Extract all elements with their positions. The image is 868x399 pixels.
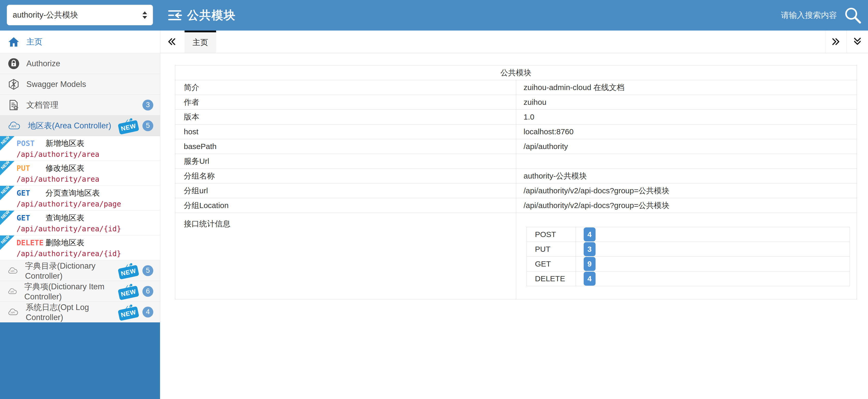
api-cloud-icon: API — [8, 307, 19, 317]
tabs-scroll-left-button[interactable] — [160, 31, 183, 53]
endpoint-list: NEW POST 新增地区表 /api/authority/area NEW P… — [0, 136, 160, 260]
table-row: 服务Url — [175, 154, 857, 169]
home-panel: 公共模块 简介 zuihou-admin-cloud 在线文档 作者 zuiho… — [160, 53, 868, 300]
sidebar-filler — [0, 322, 160, 399]
endpoint-path: /api/authority/area/{id} — [17, 250, 160, 258]
table-row: DELETE 4 — [527, 272, 850, 286]
endpoint-path: /api/authority/area — [17, 175, 160, 183]
table-row: POST 4 — [527, 227, 850, 242]
sidebar-item-dictionary-controller[interactable]: API 字典目录(Dictionary Controller) NEW 5 — [0, 260, 160, 281]
api-cloud-icon: API — [8, 286, 18, 296]
table-row: 版本 1.0 — [175, 110, 857, 124]
table-row: 作者 zuihou — [175, 95, 857, 110]
sidebar-item-label: Authorize — [26, 59, 60, 68]
sidebar-item-authorize[interactable]: Authorize — [0, 53, 160, 74]
endpoint-label: 查询地区表 — [45, 213, 84, 223]
endpoint-label: 删除地区表 — [45, 237, 84, 248]
endpoint-path: /api/authority/area/page — [17, 200, 160, 208]
endpoint-put-area[interactable]: NEW PUT 修改地区表 /api/authority/area — [0, 161, 160, 186]
sidebar-item-label: 地区表(Area Controller) — [28, 120, 111, 131]
endpoint-post-area[interactable]: NEW POST 新增地区表 /api/authority/area — [0, 136, 160, 161]
sidebar-item-label: 字典项(Dictionary Item Controller) — [24, 281, 112, 302]
search-button[interactable] — [843, 6, 862, 25]
tabs-menu-button[interactable] — [846, 31, 868, 53]
stats-count-badge: 4 — [584, 227, 595, 241]
table-row: 分组Location /api/authority/v2/api-docs?gr… — [175, 198, 857, 213]
sidebar-item-label: 系统日志(Opt Log Controller) — [26, 302, 112, 322]
controller-count-badge: 4 — [143, 307, 153, 317]
endpoint-label: 分页查询地区表 — [45, 188, 100, 198]
sidebar-item-label: 文档管理 — [26, 99, 58, 111]
info-table-title: 公共模块 — [175, 65, 857, 80]
controller-count-badge: 6 — [143, 286, 153, 297]
sidebar-item-swagger-models[interactable]: Swagger Models — [0, 74, 160, 95]
endpoint-label: 新增地区表 — [45, 138, 84, 149]
sidebar-item-doc-manage[interactable]: 文档管理 3 — [0, 95, 160, 115]
stats-count-badge: 3 — [584, 242, 595, 256]
sidebar-item-home[interactable]: 主页 — [0, 31, 160, 53]
sidebar-item-opt-log-controller[interactable]: API 系统日志(Opt Log Controller) NEW 4 — [0, 302, 160, 322]
stats-count-badge: 9 — [584, 257, 595, 271]
table-row: 公共模块 — [175, 65, 857, 80]
method-label: POST — [17, 139, 45, 148]
expand-right-icon — [831, 36, 841, 47]
tab-home[interactable]: 主页 — [185, 31, 216, 53]
top-header-bar: authority-公共模块 公共模块 — [0, 0, 868, 31]
controller-count-badge: 5 — [143, 265, 153, 276]
sidebar-item-area-controller[interactable]: API 地区表(Area Controller) NEW 5 — [0, 115, 160, 136]
home-icon — [8, 36, 20, 48]
new-tag-icon: NEW — [119, 305, 139, 319]
new-ribbon-icon: NEW — [0, 210, 14, 225]
sidebar: 主页 Authorize Swagger Models 文档管理 3 — [0, 31, 160, 399]
new-tag-icon: NEW — [119, 263, 139, 278]
sidebar-item-dictionary-item-controller[interactable]: API 字典项(Dictionary Item Controller) NEW … — [0, 281, 160, 302]
main-area: 主页 公共模块 简介 zuihou-admin-cloud 在线文档 作者 — [160, 31, 868, 399]
app-logo-icon — [167, 9, 182, 22]
method-label: GET — [17, 189, 45, 197]
doc-manage-icon — [8, 99, 20, 111]
endpoint-get-area-page[interactable]: NEW GET 分页查询地区表 /api/authority/area/page — [0, 186, 160, 210]
api-cloud-icon: API — [8, 266, 18, 276]
new-tag-icon: NEW — [119, 118, 139, 133]
table-row: 简介 zuihou-admin-cloud 在线文档 — [175, 80, 857, 95]
table-row: 分组名称 authority-公共模块 — [175, 169, 857, 183]
page-title: 公共模块 — [187, 7, 236, 23]
select-arrows-icon — [143, 11, 147, 19]
search-input[interactable] — [725, 10, 837, 20]
table-row: 分组url /api/authority/v2/api-docs?group=公… — [175, 183, 857, 198]
doc-manage-count-badge: 3 — [143, 99, 153, 111]
endpoint-delete-area-id[interactable]: NEW DELETE 删除地区表 /api/authority/area/{id… — [0, 235, 160, 260]
tabs-scroll-right-button[interactable] — [825, 31, 846, 53]
new-ribbon-icon: NEW — [0, 186, 14, 200]
controller-count-badge: 5 — [143, 120, 153, 131]
new-tag-icon: NEW — [119, 284, 139, 299]
endpoint-path: /api/authority/area/{id} — [17, 225, 160, 233]
new-ribbon-icon: NEW — [0, 136, 14, 151]
tab-strip: 主页 — [160, 31, 868, 53]
stats-label: 接口统计信息 — [175, 213, 516, 300]
table-row: PUT 3 — [527, 242, 850, 257]
api-group-select[interactable]: authority-公共模块 — [7, 5, 153, 25]
table-row: host localhost:8760 — [175, 124, 857, 139]
svg-text:API: API — [10, 269, 14, 272]
method-label: DELETE — [17, 238, 45, 247]
models-icon — [8, 78, 20, 90]
api-stats-table: POST 4 PUT 3 GET 9 DELETE — [527, 227, 850, 286]
sidebar-item-label: 字典目录(Dictionary Controller) — [25, 261, 112, 281]
table-row: 接口统计信息 POST 4 PUT 3 GET 9 — [175, 213, 857, 300]
sidebar-item-label: Swagger Models — [26, 80, 86, 89]
table-row: GET 9 — [527, 257, 850, 272]
svg-text:API: API — [11, 125, 16, 128]
method-label: PUT — [17, 164, 45, 173]
api-group-select-value: authority-公共模块 — [13, 9, 78, 21]
sidebar-item-label: 主页 — [26, 36, 42, 47]
endpoint-get-area-id[interactable]: NEW GET 查询地区表 /api/authority/area/{id} — [0, 210, 160, 235]
app-logo: 公共模块 — [167, 0, 236, 31]
search-icon — [843, 6, 862, 25]
svg-text:API: API — [10, 290, 14, 293]
tab-label: 主页 — [193, 37, 208, 48]
table-row: basePath /api/authority — [175, 139, 857, 154]
endpoint-label: 修改地区表 — [45, 163, 84, 174]
endpoint-path: /api/authority/area — [17, 150, 160, 159]
api-cloud-icon: API — [8, 121, 21, 131]
